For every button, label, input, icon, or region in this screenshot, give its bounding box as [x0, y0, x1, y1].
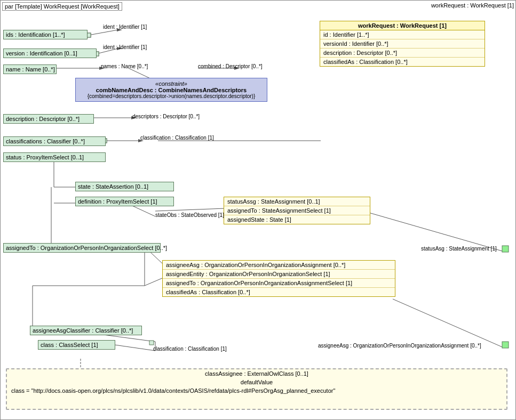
work-request-box-header: workRequest : WorkRequest [1]: [320, 21, 485, 30]
description-box: description : Descriptor [0..*]: [3, 114, 94, 124]
descriptors-label: descriptors : Descriptor [0..*]: [132, 114, 200, 119]
assignee-asg-row-3: classifiedAs : Classification [0..*]: [163, 288, 395, 296]
version-box: version : Identification [0..1]: [3, 49, 97, 58]
diagram-container: par [Template] WorkRequest [WorkRequest]…: [0, 0, 516, 420]
assigned-to-box: assignedTo : OrganizationOrPersonInOrgan…: [3, 243, 161, 253]
state-box: state : StateAssertion [0..1]: [75, 182, 174, 191]
constraint-box: «constraint» combNameAndDesc : CombineNa…: [75, 78, 267, 102]
class-assignee-header: classAssignee : ExternalOwlClass [0..1]: [7, 369, 506, 378]
definition-box: definition : ProxyItemSelect [1]: [75, 197, 174, 206]
classification-label-1: classification : Classification [1]: [140, 135, 214, 141]
title-bar: par [Template] WorkRequest [WorkRequest]: [2, 2, 122, 11]
ids-box: ids : Identification [1..*]: [3, 30, 88, 39]
name-box: name : Name [0..*]: [3, 64, 57, 74]
status-assg-row-0: statusAssg : StateAssignment [0..1]: [224, 197, 370, 206]
svg-line-20: [393, 299, 502, 347]
assignee-asg-row-0: assigneeAsg : OrganizationOrPersonInOrga…: [163, 261, 395, 270]
status-assg-row-1: assignedTo : StateAssignmentSelect [1]: [224, 206, 370, 215]
assignee-asg-label: assigneeAsg : OrganizationOrPersonInOrga…: [318, 343, 481, 349]
assignee-asg-box: assigneeAsg : OrganizationOrPersonInOrga…: [162, 260, 395, 297]
svg-line-13: [363, 211, 502, 251]
svg-rect-32: [502, 342, 509, 348]
svg-line-12: [155, 208, 225, 211]
status-assg-row-2: assignedState : State [1]: [224, 215, 370, 224]
svg-rect-31: [502, 246, 509, 252]
class-box: class : ClassSelect [1]: [38, 340, 115, 350]
svg-line-15: [145, 278, 163, 286]
ident-label-1: ident : Identifier [1]: [103, 24, 147, 30]
constraint-expr: {combined=descriptors.descriptor->union(…: [80, 93, 263, 99]
assignee-asg-row-1: assignedEntity : OrganizationOrPersonInO…: [163, 270, 395, 279]
state-obs-label: stateObs : StateObserved [1]: [155, 212, 224, 218]
ident-label-2: ident : Identifier [1]: [103, 44, 147, 50]
assignee-asg-row-2: assignedTo : OrganizationOrPersonInOrgan…: [163, 279, 395, 288]
status-assg-box: statusAssg : StateAssignment [0..1] assi…: [224, 197, 370, 224]
class-assignee-box: classAssignee : ExternalOwlClass [0..1] …: [6, 368, 507, 410]
assignee-asg-classifier-box: assigneeAsgClassifier : Classifier [0..*…: [30, 326, 142, 335]
class-assignee-default: defaultValue: [7, 378, 506, 386]
work-request-row-0: id : Identifier [1..*]: [320, 30, 485, 39]
constraint-name: combNameAndDesc : CombineNamesAndDescrip…: [80, 87, 263, 93]
names-label: names : Name [0..*]: [101, 63, 148, 69]
work-request-row-1: versionId : Identifier [0..*]: [320, 39, 485, 49]
classifications-box: classifications : Classifier [0..*]: [3, 136, 106, 146]
classification-label-2: classification : Classification [1]: [153, 346, 227, 352]
combined-label: combined : Descriptor [0..*]: [198, 63, 263, 69]
status-box: status : ProxyItemSelect [0..1]: [3, 152, 106, 162]
work-request-box: workRequest : WorkRequest [1] id : Ident…: [320, 21, 485, 67]
svg-line-0: [89, 30, 118, 35]
status-asg-label: statusAsg : StateAssignment [1]: [421, 246, 497, 252]
svg-rect-37: [149, 341, 154, 345]
class-assignee-value: class = "http://docs.oasis-open.org/plcs…: [7, 386, 506, 395]
constraint-stereotype: «constraint»: [80, 80, 263, 87]
work-request-label: workRequest : WorkRequest [1]: [431, 2, 514, 9]
work-request-row-3: classifiedAs : Classification [0..*]: [320, 58, 485, 66]
work-request-row-2: description : Descriptor [0..*]: [320, 49, 485, 58]
